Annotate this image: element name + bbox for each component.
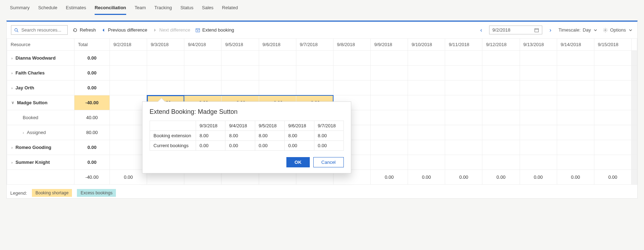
timescale-selector[interactable]: Timescale: Day [559, 27, 598, 33]
tab-schedule[interactable]: Schedule [38, 3, 57, 15]
grid-cell[interactable] [147, 80, 184, 95]
grid-cell[interactable] [296, 51, 333, 66]
grid-cell[interactable] [110, 51, 147, 66]
tab-sales[interactable]: Sales [202, 3, 214, 15]
grid-cell[interactable] [445, 140, 482, 155]
tab-status[interactable]: Status [180, 3, 194, 15]
grid-cell[interactable] [557, 125, 594, 140]
grid-cell[interactable] [520, 155, 557, 170]
grid-cell[interactable] [408, 80, 445, 95]
previous-difference-button[interactable]: Previous difference [101, 27, 147, 33]
grid-cell[interactable] [594, 95, 631, 110]
chevron-right-icon[interactable]: › [23, 130, 24, 135]
grid-cell[interactable] [408, 155, 445, 170]
tab-estimates[interactable]: Estimates [66, 3, 86, 15]
grid-cell[interactable] [520, 51, 557, 66]
search-input-wrapper[interactable] [11, 25, 68, 35]
grid-cell[interactable] [482, 140, 520, 155]
grid-cell[interactable] [110, 155, 147, 170]
grid-cell[interactable] [370, 66, 408, 80]
grid-cell[interactable] [184, 66, 222, 80]
tab-reconciliation[interactable]: Reconciliation [95, 3, 126, 15]
table-row[interactable]: ›Faith Charles0.00 [7, 66, 637, 80]
cancel-button[interactable]: Cancel [313, 157, 344, 167]
grid-cell[interactable] [370, 125, 408, 140]
grid-cell[interactable] [482, 95, 520, 110]
grid-cell[interactable] [482, 51, 520, 66]
grid-cell[interactable] [557, 51, 594, 66]
grid-cell[interactable] [520, 80, 557, 95]
grid-cell[interactable] [594, 80, 631, 95]
grid-cell[interactable] [445, 110, 482, 125]
grid-cell[interactable] [594, 155, 631, 170]
grid-cell[interactable] [594, 140, 631, 155]
grid-cell[interactable] [482, 66, 520, 80]
grid-cell[interactable] [110, 125, 147, 140]
grid-cell[interactable] [370, 80, 408, 95]
chevron-right-icon[interactable]: › [11, 71, 13, 75]
grid-cell[interactable] [222, 66, 259, 80]
grid-cell[interactable] [408, 125, 445, 140]
date-next-button[interactable]: › [547, 26, 553, 34]
scrollbar-track[interactable] [632, 170, 637, 185]
tab-summary[interactable]: Summary [10, 3, 30, 15]
grid-cell[interactable] [408, 140, 445, 155]
grid-cell[interactable] [408, 66, 445, 80]
grid-cell[interactable] [259, 51, 296, 66]
grid-cell[interactable] [110, 66, 147, 80]
grid-cell[interactable] [333, 80, 370, 95]
date-picker[interactable]: 9/2/2018 [489, 26, 542, 34]
grid-cell[interactable] [594, 110, 631, 125]
scrollbar-track[interactable] [632, 66, 637, 80]
grid-cell[interactable] [594, 125, 631, 140]
grid-cell[interactable] [296, 66, 333, 80]
grid-cell[interactable] [557, 66, 594, 80]
grid-cell[interactable] [259, 80, 296, 95]
grid-cell[interactable] [296, 80, 333, 95]
grid-cell[interactable] [520, 95, 557, 110]
grid-cell[interactable] [147, 66, 184, 80]
scrollbar-track[interactable] [632, 110, 637, 125]
grid-cell[interactable] [482, 80, 520, 95]
grid-cell[interactable] [482, 125, 520, 140]
grid-cell[interactable] [147, 51, 184, 66]
grid-cell[interactable] [408, 95, 445, 110]
extend-booking-button[interactable]: Extend booking [195, 27, 234, 33]
tab-team[interactable]: Team [135, 3, 146, 15]
chevron-right-icon[interactable]: › [11, 86, 13, 90]
grid-cell[interactable] [445, 155, 482, 170]
grid-cell[interactable] [222, 51, 259, 66]
grid-cell[interactable] [333, 66, 370, 80]
chevron-right-icon[interactable]: › [11, 160, 13, 165]
grid-cell[interactable] [482, 110, 520, 125]
scrollbar-track[interactable] [632, 95, 637, 110]
chevron-down-icon[interactable]: ∨ [11, 100, 14, 105]
grid-cell[interactable] [370, 110, 408, 125]
scrollbar-track[interactable] [632, 125, 637, 140]
scrollbar-track[interactable] [632, 39, 637, 51]
grid-cell[interactable] [110, 110, 147, 125]
grid-cell[interactable] [408, 51, 445, 66]
grid-cell[interactable] [445, 95, 482, 110]
grid-cell[interactable] [370, 140, 408, 155]
grid-cell[interactable] [408, 110, 445, 125]
scrollbar-track[interactable] [632, 155, 637, 170]
table-row[interactable]: ›Dianna Woodward0.00 [7, 51, 637, 66]
tab-tracking[interactable]: Tracking [155, 3, 172, 15]
grid-cell[interactable] [520, 140, 557, 155]
grid-cell[interactable] [445, 51, 482, 66]
options-button[interactable]: Options [603, 27, 633, 33]
refresh-button[interactable]: Refresh [73, 27, 96, 33]
tab-related[interactable]: Related [222, 3, 238, 15]
search-input[interactable] [21, 27, 65, 33]
grid-cell[interactable] [557, 80, 594, 95]
grid-cell[interactable] [259, 66, 296, 80]
grid-cell[interactable] [557, 95, 594, 110]
grid-cell[interactable] [184, 80, 222, 95]
grid-cell[interactable] [110, 95, 147, 110]
grid-cell[interactable] [333, 51, 370, 66]
grid-cell[interactable] [557, 140, 594, 155]
grid-cell[interactable] [520, 66, 557, 80]
grid-cell[interactable] [557, 110, 594, 125]
grid-cell[interactable] [184, 51, 222, 66]
